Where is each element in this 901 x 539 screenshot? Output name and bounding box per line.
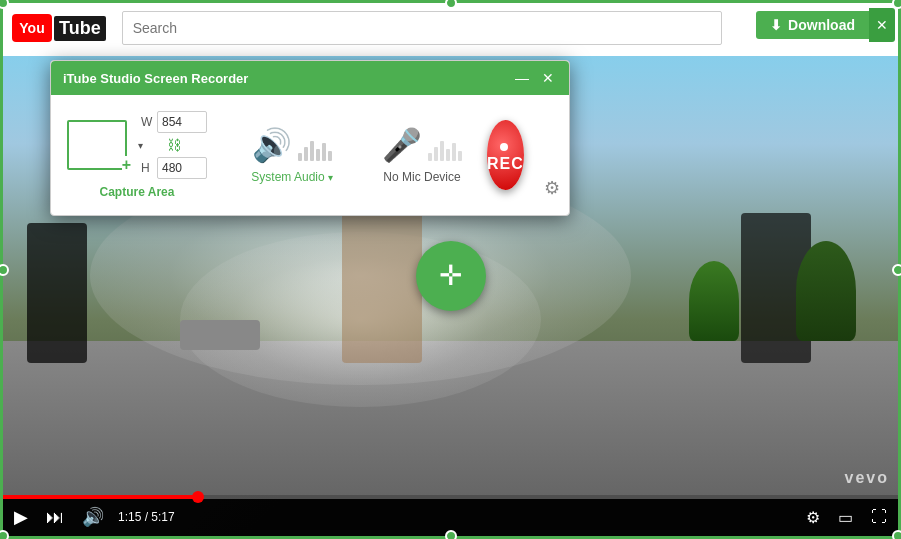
dialog-titlebar: iTube Studio Screen Recorder — ✕ [51, 61, 569, 95]
dialog-close-button[interactable]: ✕ [539, 69, 557, 87]
time-display: 1:15 / 5:17 [118, 510, 175, 524]
mic-bar-2 [434, 147, 438, 161]
mic-audio-bars [428, 129, 462, 161]
theatre-button[interactable]: ▭ [834, 508, 857, 527]
mic-icon-wrapper: 🎤 [382, 126, 422, 164]
play-button[interactable]: ▶ [10, 506, 32, 528]
dialog-minimize-button[interactable]: — [513, 69, 531, 87]
mic-bar-6 [458, 151, 462, 161]
audio-bar-2 [304, 147, 308, 161]
download-button[interactable]: ⬇ Download [756, 11, 869, 39]
audio-bar-6 [328, 151, 332, 161]
close-icon: ✕ [876, 17, 888, 33]
dialog-controls: — ✕ [513, 69, 557, 87]
rec-button[interactable]: REC [487, 120, 524, 190]
height-label: H [141, 161, 153, 175]
audio-bar-4 [316, 149, 320, 161]
mic-section: 🎤 No Mic Device [377, 126, 467, 184]
tree-2 [689, 261, 739, 341]
audio-bar-3 [310, 141, 314, 161]
youtube-tube-text: Tube [54, 16, 106, 41]
mic-bar-1 [428, 153, 432, 161]
move-arrows-icon: ✛ [439, 259, 462, 292]
recorder-dialog: iTube Studio Screen Recorder — ✕ + ▾ W [50, 60, 570, 216]
dialog-title: iTube Studio Screen Recorder [63, 71, 248, 86]
link-icon: ⛓ [167, 137, 181, 153]
system-audio-label[interactable]: System Audio ▾ [251, 170, 332, 184]
next-button[interactable]: ⏭ [42, 507, 68, 528]
width-label: W [141, 115, 153, 129]
width-input[interactable] [157, 111, 207, 133]
mic-label[interactable]: No Mic Device [383, 170, 460, 184]
progress-fill [0, 495, 198, 499]
settings-button[interactable]: ⚙ [802, 508, 824, 527]
capture-area-box: + ▾ [67, 120, 127, 170]
dimension-inputs: W ⛓ H [141, 111, 207, 179]
progress-dot [192, 491, 204, 503]
car [180, 320, 260, 350]
capture-area-section: + ▾ W ⛓ H Capture Area [67, 111, 207, 199]
height-input[interactable] [157, 157, 207, 179]
download-area: ⬇ Download ✕ [756, 8, 895, 42]
speaker-icon: 🔊 [252, 126, 292, 164]
fullscreen-button[interactable]: ⛶ [867, 508, 891, 526]
download-close-button[interactable]: ✕ [869, 8, 895, 42]
download-label: Download [788, 17, 855, 33]
youtube-logo-box: You [12, 14, 52, 42]
mic-bar-5 [452, 143, 456, 161]
rec-label: REC [487, 137, 524, 173]
mic-icon: 🎤 [382, 127, 422, 163]
audio-bar-1 [298, 153, 302, 161]
capture-dropdown-icon[interactable]: ▾ [138, 140, 143, 151]
audio-bar-5 [322, 143, 326, 161]
settings-gear-icon[interactable]: ⚙ [544, 178, 560, 198]
chevron-down-icon: ▾ [328, 172, 333, 183]
mic-icon-row: 🎤 [382, 126, 462, 164]
system-audio-icon-row: 🔊 [252, 126, 332, 164]
dialog-settings: ⚙ [544, 177, 560, 199]
vevo-watermark: vevo [845, 469, 889, 487]
figure-center [342, 203, 422, 363]
video-controls: ▶ ⏭ 🔊 1:15 / 5:17 ⚙ ▭ ⛶ [0, 495, 901, 539]
youtube-logo: You Tube [12, 14, 106, 42]
rec-dot-icon [500, 143, 508, 151]
progress-bar[interactable] [0, 495, 901, 499]
search-input[interactable] [122, 11, 722, 45]
capture-area-label: Capture Area [100, 185, 175, 199]
figure-left [27, 223, 87, 363]
system-audio-bars [298, 129, 332, 161]
mic-bar-4 [446, 149, 450, 161]
download-icon: ⬇ [770, 17, 782, 33]
tree-1 [796, 241, 856, 341]
dialog-body: + ▾ W ⛓ H Capture Area [51, 95, 569, 215]
system-audio-section: 🔊 System Audio ▾ [247, 126, 337, 184]
capture-plus-icon: + [122, 156, 131, 174]
move-handle[interactable]: ✛ [416, 241, 486, 311]
volume-button[interactable]: 🔊 [78, 506, 108, 528]
mic-bar-3 [440, 141, 444, 161]
youtube-you-text: You [19, 20, 44, 36]
